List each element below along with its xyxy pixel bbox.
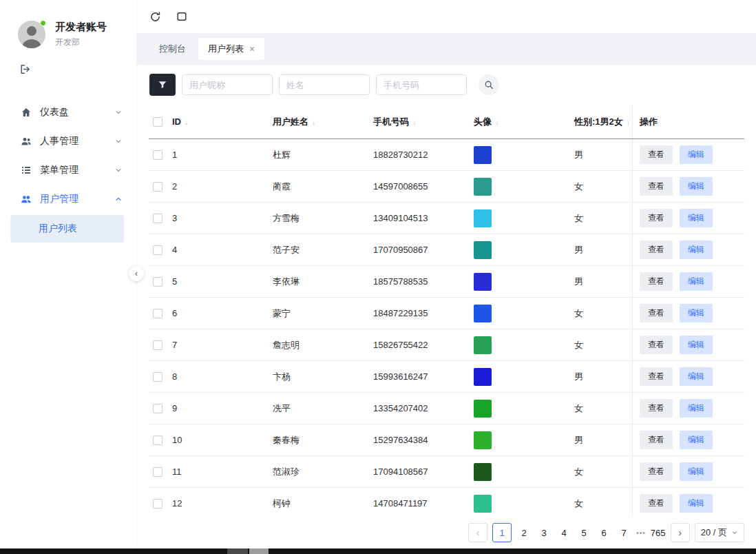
sidebar-item-dashboard[interactable]: 仪表盘	[0, 98, 136, 127]
cell-actions: 查看 编辑	[632, 329, 744, 360]
cell-avatar	[474, 431, 574, 449]
edit-button[interactable]: 编辑	[680, 272, 713, 291]
cell-name: 詹志明	[273, 339, 373, 351]
row-checkbox[interactable]	[153, 372, 162, 382]
edit-button[interactable]: 编辑	[680, 399, 713, 418]
select-all-checkbox[interactable]	[153, 117, 162, 127]
sidebar-item-user-list[interactable]: 用户列表	[10, 215, 124, 243]
row-checkbox[interactable]	[153, 467, 162, 477]
sidebar-item-hr-management[interactable]: 人事管理	[0, 127, 136, 156]
cell-gender: 男	[574, 149, 632, 161]
online-status-dot	[40, 20, 46, 26]
column-header-avatar[interactable]: 头像↓	[474, 116, 574, 128]
edit-button[interactable]: 编辑	[680, 367, 713, 386]
edit-button[interactable]: 编辑	[680, 462, 713, 481]
page-number-last[interactable]: 765	[651, 528, 666, 538]
page-number[interactable]: 3	[536, 528, 552, 538]
edit-button[interactable]: 编辑	[680, 145, 713, 164]
sidebar-item-user-management[interactable]: 用户管理	[0, 185, 136, 214]
edit-button[interactable]: 编辑	[680, 304, 713, 322]
row-checkbox[interactable]	[153, 150, 162, 160]
close-icon[interactable]: ×	[249, 44, 255, 54]
name-input[interactable]	[279, 74, 370, 95]
page-size-select[interactable]: 20 / 页	[695, 523, 744, 542]
view-button[interactable]: 查看	[640, 336, 673, 354]
view-button[interactable]: 查看	[640, 399, 673, 418]
row-checkbox[interactable]	[153, 182, 162, 192]
cell-name: 冼平	[273, 402, 373, 415]
sidebar-collapse-button[interactable]: ‹	[129, 266, 144, 281]
sort-icon[interactable]: ↓	[627, 118, 631, 126]
page-number[interactable]: 4	[556, 528, 571, 538]
view-button[interactable]: 查看	[640, 240, 673, 259]
header-checkbox-cell	[149, 117, 172, 127]
phone-input[interactable]	[376, 74, 467, 95]
page-number[interactable]: 5	[576, 528, 591, 538]
edit-button[interactable]: 编辑	[680, 336, 713, 354]
view-button[interactable]: 查看	[640, 272, 673, 291]
layout-panel-icon[interactable]	[176, 11, 187, 22]
filter-icon[interactable]	[149, 74, 176, 96]
row-checkbox[interactable]	[153, 340, 162, 350]
cell-phone: 15297634384	[373, 435, 474, 445]
user-avatar[interactable]	[18, 21, 45, 48]
edit-button[interactable]: 编辑	[680, 177, 713, 196]
profile-department: 开发部	[55, 37, 107, 48]
main-area: 控制台 用户列表 ×	[137, 0, 756, 548]
prev-page-button[interactable]: ‹	[468, 523, 487, 542]
page-number[interactable]: 6	[596, 528, 611, 538]
column-header-gender[interactable]: 性别:1男2女↓	[574, 116, 632, 128]
view-button[interactable]: 查看	[640, 494, 673, 513]
row-checkbox[interactable]	[153, 435, 162, 445]
row-checkbox[interactable]	[153, 245, 162, 255]
sort-icon[interactable]: ↓	[412, 118, 417, 126]
view-button[interactable]: 查看	[640, 145, 673, 164]
edit-button[interactable]: 编辑	[680, 494, 713, 513]
view-button[interactable]: 查看	[640, 431, 673, 449]
page-number-active[interactable]: 1	[492, 523, 512, 542]
cell-avatar	[474, 241, 574, 259]
chevron-down-icon	[114, 108, 123, 116]
row-checkbox[interactable]	[153, 404, 162, 413]
column-header-name[interactable]: 用户姓名↓	[273, 116, 373, 128]
row-checkbox[interactable]	[153, 277, 162, 287]
row-checkbox[interactable]	[153, 309, 162, 318]
cell-id: 5	[172, 276, 273, 287]
table-row: 1 杜辉 18828730212 男 查看 编辑	[149, 139, 744, 171]
nickname-input[interactable]	[182, 74, 273, 95]
next-page-button[interactable]: ›	[671, 523, 690, 542]
search-icon[interactable]	[479, 74, 499, 95]
row-checkbox-cell	[149, 435, 172, 445]
cell-gender: 男	[574, 434, 632, 447]
sort-icon[interactable]: ↓	[495, 118, 499, 126]
column-header-id[interactable]: ID↓	[172, 116, 273, 127]
ellipsis-jump[interactable]: •••	[636, 529, 646, 537]
row-checkbox[interactable]	[153, 499, 162, 509]
tab-user-list[interactable]: 用户列表 ×	[198, 38, 264, 60]
row-avatar-image	[474, 336, 492, 354]
row-avatar-image	[474, 400, 492, 418]
cell-actions: 查看 编辑	[632, 361, 744, 392]
edit-button[interactable]: 编辑	[680, 240, 713, 259]
edit-button[interactable]: 编辑	[680, 209, 713, 227]
page-number[interactable]: 2	[516, 528, 532, 538]
view-button[interactable]: 查看	[640, 304, 673, 322]
column-header-phone[interactable]: 手机号码↓	[373, 116, 474, 128]
logout-icon[interactable]	[19, 63, 31, 77]
edit-button[interactable]: 编辑	[680, 431, 713, 449]
view-button[interactable]: 查看	[640, 462, 673, 481]
tab-console[interactable]: 控制台	[149, 38, 196, 60]
sidebar-item-menu-management[interactable]: 菜单管理	[0, 156, 136, 185]
cell-gender: 女	[574, 466, 632, 478]
view-button[interactable]: 查看	[640, 177, 673, 196]
home-icon	[21, 107, 32, 118]
row-checkbox[interactable]	[153, 214, 162, 223]
view-button[interactable]: 查看	[640, 209, 673, 227]
table-row: 6 蒙宁 18487229135 女 查看 编辑	[149, 298, 744, 329]
sort-icon[interactable]: ↓	[185, 118, 189, 126]
view-button[interactable]: 查看	[640, 367, 673, 386]
row-checkbox-cell	[149, 309, 172, 318]
sort-icon[interactable]: ↓	[312, 118, 316, 126]
refresh-icon[interactable]	[149, 11, 161, 23]
page-number[interactable]: 7	[616, 528, 631, 538]
